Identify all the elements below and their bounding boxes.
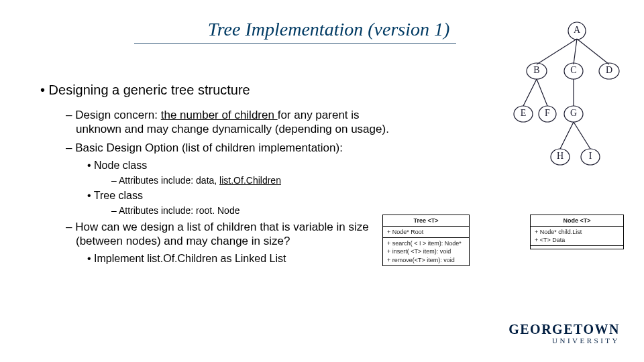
node-a: A bbox=[574, 25, 581, 35]
content-area: Designing a generic tree structure – Des… bbox=[40, 82, 389, 268]
uml-attributes: + Node* child.List + <T> Data bbox=[531, 227, 623, 246]
uml-tree-class: Tree <T> + Node* Root + search( < I > it… bbox=[382, 215, 470, 266]
bullet-l2-design-concern: – Design concern: the number of children… bbox=[66, 108, 389, 137]
uml-header: Tree <T> bbox=[383, 215, 469, 227]
underlined-text: the number of children bbox=[161, 109, 278, 121]
node-b: B bbox=[533, 65, 539, 75]
uml-operations: + search( < I > item): Node* + insert( <… bbox=[383, 238, 469, 265]
text: Attributes include: data, bbox=[119, 175, 219, 186]
svg-line-1 bbox=[574, 39, 577, 64]
bullet-l3-tree-class: Tree class bbox=[87, 189, 389, 202]
svg-line-4 bbox=[537, 79, 547, 106]
underlined-text: list.Of.Children bbox=[219, 175, 281, 186]
bullet-l2-basic-option: Basic Design Option (list of children im… bbox=[66, 141, 389, 155]
bullet-l2-question: How can we design a list of children tha… bbox=[66, 220, 389, 249]
brand-line-2: UNIVERSITY bbox=[508, 337, 620, 345]
node-h: H bbox=[557, 151, 564, 161]
tree-diagram: A B C D E F G H I bbox=[503, 17, 637, 185]
text: Design concern: bbox=[75, 109, 161, 121]
uml-attributes: + Node* Root bbox=[383, 227, 469, 238]
uml-node-class: Node <T> + Node* child.List + <T> Data bbox=[530, 215, 624, 249]
node-g: G bbox=[570, 108, 577, 118]
node-i: I bbox=[589, 151, 592, 161]
node-d: D bbox=[606, 65, 612, 75]
node-f: F bbox=[545, 108, 550, 118]
brand-line-1: GEORGETOWN bbox=[508, 322, 620, 337]
svg-line-0 bbox=[537, 39, 577, 64]
bullet-l4-node-attrs: – Attributes include: data, list.Of.Chil… bbox=[111, 175, 389, 187]
bullet-l3-answer: Implement list.Of.Children as Linked Lis… bbox=[87, 252, 389, 265]
svg-line-2 bbox=[577, 39, 609, 64]
bullet-l4-tree-attrs: Attributes include: root. Node bbox=[111, 205, 389, 217]
node-c: C bbox=[570, 65, 576, 75]
uml-header: Node <T> bbox=[531, 215, 623, 227]
bullet-l1: Designing a generic tree structure bbox=[40, 82, 389, 99]
georgetown-logo: GEORGETOWN UNIVERSITY bbox=[508, 322, 620, 345]
node-e: E bbox=[521, 108, 527, 118]
uml-operations bbox=[531, 246, 623, 249]
svg-line-6 bbox=[560, 122, 574, 149]
title-underline bbox=[134, 43, 456, 44]
slide-title: Tree Implementation (version 1) bbox=[94, 0, 564, 40]
bullet-l3-node-class: Node class bbox=[87, 159, 389, 172]
svg-line-7 bbox=[574, 122, 590, 149]
svg-line-3 bbox=[523, 79, 537, 106]
